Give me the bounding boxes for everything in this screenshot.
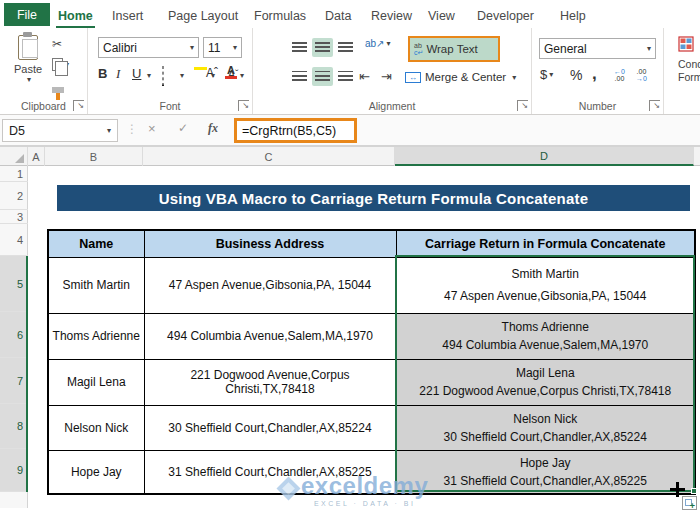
tab-file[interactable]: File [4, 3, 50, 26]
column-header-d[interactable]: D [395, 147, 694, 166]
borders-button[interactable] [162, 67, 164, 85]
font-dialog-launcher[interactable]: ↘ [238, 100, 249, 111]
column-header-b[interactable]: B [45, 147, 143, 166]
font-color-caret-icon[interactable]: ▾ [240, 71, 244, 80]
conditional-formatting-button[interactable] [678, 36, 694, 56]
cell-concat-active[interactable]: Smith Martin47 Aspen Avenue,Gibsonia,PA,… [396, 257, 695, 313]
decrease-decimal-button[interactable]: .00 →0 [636, 68, 647, 82]
align-center-button[interactable] [312, 67, 333, 86]
row-header-7[interactable]: 7 [0, 358, 28, 404]
cancel-icon[interactable]: × [148, 121, 156, 136]
comma-style-button[interactable]: , [592, 64, 597, 84]
format-painter-icon [52, 87, 64, 93]
paste-button[interactable]: Paste ▾ [8, 33, 48, 95]
row-header-4[interactable]: 4 [0, 224, 28, 256]
clipboard-dialog-launcher[interactable]: ↘ [73, 100, 84, 111]
font-size-combobox[interactable]: 11 ▾ [203, 37, 242, 58]
conditional-formatting-group: Cond Form [664, 28, 700, 114]
accounting-format-button[interactable]: $ ▾ [540, 67, 553, 82]
bold-button[interactable]: B [98, 66, 107, 81]
copy-icon [52, 58, 63, 71]
fill-color-button[interactable] [194, 66, 207, 70]
cell-name[interactable]: Smith Martin [48, 257, 144, 313]
tab-help[interactable]: Help [560, 5, 586, 26]
number-format-combobox[interactable]: General ▾ [539, 38, 656, 59]
cell-concat[interactable]: Magil Lena221 Dogwood Avenue,Corpus Chri… [396, 359, 695, 405]
align-right-icon [338, 71, 353, 82]
name-box[interactable]: D5 ▾ [2, 119, 118, 142]
cell-concat[interactable]: Thoms Adrienne494 Columbia Avenue,Salem,… [396, 313, 695, 359]
cell-address[interactable]: 30 Sheffield Court,Chandler,AX,85224 [144, 405, 396, 450]
cell-name[interactable]: Magil Lena [48, 359, 144, 405]
column-header-c[interactable]: C [143, 147, 395, 166]
tab-developer[interactable]: Developer [477, 5, 534, 26]
cell-concat[interactable]: Nelson Nick30 Sheffield Court,Chandler,A… [396, 405, 695, 450]
cell-name[interactable]: Hope Jay [48, 450, 144, 494]
percent-style-button[interactable]: % [570, 67, 582, 83]
align-bottom-button[interactable] [335, 38, 356, 57]
wrap-text-button[interactable]: ab c↵ Wrap Text [408, 36, 500, 62]
column-header-a[interactable]: A [28, 147, 45, 166]
tab-view[interactable]: View [428, 5, 455, 26]
tab-data[interactable]: Data [325, 5, 351, 26]
underline-caret-icon[interactable]: ▾ [147, 71, 151, 80]
wrap-text-icon: ab c↵ [414, 42, 423, 56]
enter-icon[interactable]: ✓ [178, 121, 188, 135]
number-dialog-launcher[interactable]: ↘ [649, 100, 660, 111]
header-business-address[interactable]: Business Address [144, 230, 396, 257]
increase-decimal-button[interactable]: ←0 .00 [614, 68, 625, 82]
font-color-button[interactable]: A [225, 64, 237, 79]
row-header-3[interactable]: 3 [0, 210, 28, 224]
header-name[interactable]: Name [48, 230, 144, 257]
formula-bar: D5 ▾ ⋮ × ✓ fx =CrgRtrn(B5,C5) [0, 115, 700, 146]
align-left-button[interactable] [289, 67, 310, 86]
row-header-9[interactable]: 9 [0, 449, 28, 492]
cell-concat[interactable]: Hope Jay31 Sheffield Court,Chandler,AX,8… [396, 450, 695, 494]
paste-dropdown-icon[interactable]: ▾ [27, 75, 31, 84]
borders-caret-icon[interactable]: ▾ [180, 71, 184, 80]
row-header-5[interactable]: 5 [0, 256, 28, 312]
select-all-button[interactable] [0, 147, 28, 166]
increase-indent-button[interactable]: ⇥ [381, 67, 392, 86]
font-color-bar [225, 76, 237, 79]
autofill-options-button[interactable] [682, 496, 697, 510]
row-header-6[interactable]: 6 [0, 312, 28, 358]
orientation-caret-icon: ▾ [387, 39, 391, 48]
tab-page-layout[interactable]: Page Layout [168, 5, 238, 26]
fill-color-caret-icon[interactable]: ▾ [211, 71, 215, 80]
insert-function-icon[interactable]: fx [208, 121, 218, 136]
align-top-button[interactable] [289, 38, 310, 57]
decrease-indent-button[interactable]: ⇤ [359, 67, 370, 86]
name-box-caret-icon[interactable]: ▾ [107, 126, 111, 135]
formula-input[interactable]: =CrgRtrn(B5,C5) [234, 118, 357, 143]
tab-insert[interactable]: Insert [112, 5, 143, 26]
cell-address[interactable]: 494 Columbia Avenue,Salem,MA,1970 [144, 313, 396, 359]
copy-button[interactable]: ▾ [52, 55, 74, 74]
select-all-icon [15, 154, 24, 163]
tab-home[interactable]: Home [58, 5, 93, 26]
row-header-2[interactable]: 2 [0, 182, 28, 210]
merge-center-button[interactable]: ↔ Merge & Center ▾ [405, 67, 516, 87]
font-name-combobox[interactable]: Calibri ▾ [98, 37, 199, 58]
cell-address[interactable]: 47 Aspen Avenue,Gibsonia,PA, 15044 [144, 257, 396, 313]
cell-address[interactable]: 221 Dogwood Avenue,Corpus Christi,TX,784… [144, 359, 396, 405]
cut-button[interactable]: ✂▾ [52, 34, 74, 53]
align-right-button[interactable] [335, 67, 356, 86]
orientation-button[interactable]: ab↗ ▾ [365, 38, 391, 49]
alignment-group: ab↗ ▾ ab c↵ Wrap Text ⇤ ⇥ ↔ Merge & Cent… [253, 28, 532, 114]
cell-address[interactable]: 31 Sheffield Court,Chandler,AX,85225 [144, 450, 396, 494]
tab-review[interactable]: Review [371, 5, 412, 26]
format-painter-button[interactable] [52, 80, 74, 99]
align-middle-button[interactable] [312, 38, 333, 57]
cell-name[interactable]: Thoms Adrienne [48, 313, 144, 359]
italic-button[interactable]: I [116, 66, 120, 82]
cell-name[interactable]: Nelson Nick [48, 405, 144, 450]
underline-button[interactable]: U [132, 66, 141, 81]
row-header-1[interactable]: 1 [0, 166, 28, 182]
header-concatenate[interactable]: Carriage Return in Formula Concatenate [396, 230, 695, 257]
tab-formulas[interactable]: Formulas [254, 5, 306, 26]
alignment-dialog-launcher[interactable]: ↘ [517, 100, 528, 111]
row-header-8[interactable]: 8 [0, 404, 28, 449]
merge-center-caret-icon[interactable]: ▾ [512, 73, 516, 82]
table-row: Hope Jay 31 Sheffield Court,Chandler,AX,… [48, 450, 695, 494]
